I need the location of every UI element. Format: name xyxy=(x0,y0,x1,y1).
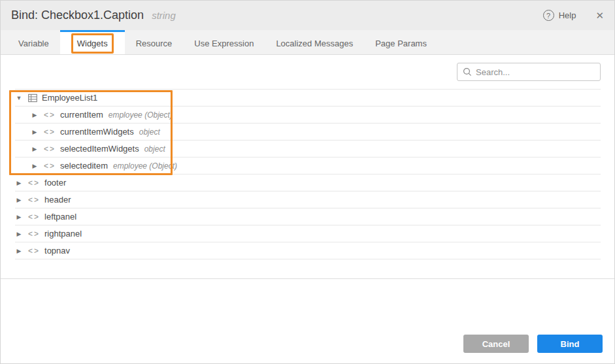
search-icon xyxy=(463,67,472,76)
tree-node-type-hint: employee (Object) xyxy=(108,110,173,120)
tree-row-currentitem[interactable]: ▶<>currentItememployee (Object) xyxy=(15,107,601,124)
expand-arrow-icon[interactable]: ▶ xyxy=(31,112,39,118)
help-button[interactable]: ? Help xyxy=(543,10,576,21)
angle-brackets-icon: <> xyxy=(28,213,40,221)
dialog-header: Bind: Checkbox1.Caption string ? Help ✕ xyxy=(1,1,614,30)
tab-label: Page Params xyxy=(375,39,427,48)
tree-node-label: rightpanel xyxy=(44,229,82,239)
tree-row-leftpanel[interactable]: ▶<>leftpanel xyxy=(15,208,601,225)
expand-arrow-icon[interactable]: ▶ xyxy=(31,129,39,135)
tree-node-type-hint: object xyxy=(144,144,165,154)
tree-node-label: footer xyxy=(44,178,66,188)
tab-use-expression[interactable]: Use Expression xyxy=(183,30,265,54)
search-input[interactable] xyxy=(476,67,595,77)
help-icon: ? xyxy=(543,10,554,21)
tree-node-type-hint: object xyxy=(139,127,160,137)
widget-tree: ▼EmployeeList1▶<>currentItememployee (Ob… xyxy=(15,89,601,259)
bind-type-hint: string xyxy=(152,10,176,21)
expand-arrow-icon[interactable]: ▶ xyxy=(15,214,23,220)
tree-row-footer[interactable]: ▶<>footer xyxy=(15,174,601,191)
tree-row-currentitemwidgets[interactable]: ▶<>currentItemWidgetsobject xyxy=(15,124,601,141)
tree-row-topnav[interactable]: ▶<>topnav xyxy=(15,242,601,259)
angle-brackets-icon: <> xyxy=(44,162,56,170)
tree-node-label: leftpanel xyxy=(44,212,76,222)
tab-variable[interactable]: Variable xyxy=(7,30,60,54)
expand-arrow-icon[interactable]: ▶ xyxy=(15,231,23,237)
tree-row-header[interactable]: ▶<>header xyxy=(15,191,601,208)
bind-dialog: Bind: Checkbox1.Caption string ? Help ✕ … xyxy=(0,0,615,364)
tree-node-label: header xyxy=(44,195,71,205)
tree-node-label: selectedItemWidgets xyxy=(60,144,139,154)
angle-brackets-icon: <> xyxy=(44,111,56,119)
tree-row-rightpanel[interactable]: ▶<>rightpanel xyxy=(15,225,601,242)
help-label: Help xyxy=(559,10,576,20)
angle-brackets-icon: <> xyxy=(44,128,56,136)
expand-arrow-icon[interactable]: ▶ xyxy=(15,197,23,203)
angle-brackets-icon: <> xyxy=(44,145,56,153)
tab-label: Use Expression xyxy=(194,39,254,48)
search-box[interactable] xyxy=(457,63,601,81)
expand-arrow-icon[interactable]: ▶ xyxy=(15,248,23,254)
close-icon[interactable]: ✕ xyxy=(595,10,604,22)
tab-label: Widgets xyxy=(71,33,114,54)
tab-label: Localized Messages xyxy=(276,39,353,48)
tree-node-label: topnav xyxy=(44,246,70,256)
dialog-title: Bind: Checkbox1.Caption xyxy=(11,8,144,22)
list-widget-icon xyxy=(28,93,37,103)
tree-node-label: selecteditem xyxy=(60,161,108,171)
tree-node-label: currentItem xyxy=(60,110,103,120)
expand-arrow-icon[interactable]: ▶ xyxy=(31,163,39,169)
expand-arrow-icon[interactable]: ▶ xyxy=(15,180,23,186)
tab-bar: VariableWidgetsResourceUse ExpressionLoc… xyxy=(1,30,614,55)
expand-arrow-icon[interactable]: ▶ xyxy=(31,146,39,152)
tree-row-selecteditemwidgets[interactable]: ▶<>selectedItemWidgetsobject xyxy=(15,141,601,157)
angle-brackets-icon: <> xyxy=(28,247,40,255)
tree-node-label: EmployeeList1 xyxy=(42,93,97,103)
cancel-button[interactable]: Cancel xyxy=(463,335,529,353)
collapse-arrow-icon[interactable]: ▼ xyxy=(15,95,23,101)
tree-node-label: currentItemWidgets xyxy=(60,127,134,137)
angle-brackets-icon: <> xyxy=(28,230,40,238)
angle-brackets-icon: <> xyxy=(28,196,40,204)
section-divider xyxy=(1,278,614,279)
tab-page-params[interactable]: Page Params xyxy=(364,30,438,54)
tree-row-employeelist1[interactable]: ▼EmployeeList1 xyxy=(15,90,601,107)
angle-brackets-icon: <> xyxy=(28,179,40,187)
footer-actions: Cancel Bind xyxy=(463,335,603,353)
bind-button[interactable]: Bind xyxy=(537,335,603,353)
tab-label: Variable xyxy=(18,39,49,48)
tree-node-type-hint: employee (Object) xyxy=(113,161,177,171)
tab-widgets[interactable]: Widgets xyxy=(60,30,125,54)
tab-localized-messages[interactable]: Localized Messages xyxy=(265,30,364,54)
tab-resource[interactable]: Resource xyxy=(125,30,184,54)
tab-label: Resource xyxy=(136,39,173,48)
tree-row-selecteditem[interactable]: ▶<>selecteditememployee (Object) xyxy=(15,157,601,174)
